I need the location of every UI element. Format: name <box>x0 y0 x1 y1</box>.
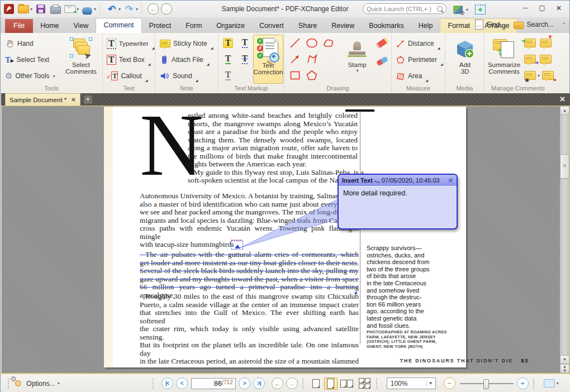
export-comments-button[interactable]: ➜ <box>522 52 537 66</box>
drag-handle[interactable] <box>153 379 156 389</box>
comment-button[interactable] <box>538 52 553 66</box>
zoom-slider-thumb[interactable] <box>483 379 489 389</box>
undo-dropdown-icon[interactable]: ▾ <box>118 7 121 12</box>
squiggly-underline-button[interactable]: T <box>238 36 252 50</box>
document-viewport[interactable]: N estled among white-sand beaches and br… <box>1 106 570 374</box>
history-forward-button[interactable]: → <box>161 3 172 15</box>
options-dropdown-icon[interactable]: ▾ <box>58 381 60 386</box>
typewriter-button[interactable]: T Typewriter◢ <box>107 36 154 51</box>
show-comments-dropdown-icon[interactable]: ▾ <box>538 73 540 78</box>
summarize-comments-button[interactable]: ↩ Summarize Comments <box>486 35 522 84</box>
distance-button[interactable]: Distance◢ <box>396 36 440 51</box>
zoom-out-button[interactable]: − <box>444 377 455 389</box>
redo-dropdown-icon[interactable]: ▾ <box>136 7 138 12</box>
tab-convert[interactable]: Convert <box>252 19 291 33</box>
other-tools-button[interactable]: ⚙ Other Tools ▾ <box>5 69 55 83</box>
next-view-button[interactable]: → <box>286 377 298 389</box>
eraser-tool-button[interactable] <box>375 54 390 68</box>
perimeter-button[interactable]: Perimeter◢ <box>396 52 443 67</box>
strikeout-text-button[interactable]: T <box>238 52 252 66</box>
single-page-view-button[interactable] <box>310 377 323 390</box>
page-number-input[interactable]: 86 /712 <box>191 378 236 389</box>
tab-format[interactable]: Format <box>440 19 477 33</box>
collapse-ribbon-icon[interactable]: ⌃ <box>562 22 566 28</box>
insert-text-popup[interactable]: Insert Text -.. 07/05/2020, 10:45:03 ✕ M… <box>338 174 458 230</box>
fit-page-button[interactable] <box>544 379 555 388</box>
print-button[interactable] <box>49 3 61 15</box>
document-tab-close-icon[interactable]: ✕ <box>71 97 75 103</box>
add-3d-button[interactable]: Add 3D <box>447 35 483 84</box>
tab-file[interactable]: File <box>5 19 33 33</box>
find-button[interactable]: Find... <box>487 21 505 28</box>
hand-tool-button[interactable]: Hand <box>5 36 34 51</box>
popup-title-bar[interactable]: Insert Text -.. 07/05/2020, 10:45:03 ✕ <box>339 175 457 186</box>
tab-view[interactable]: View <box>66 19 96 33</box>
drag-handle[interactable] <box>376 379 379 389</box>
maximize-button[interactable]: ▢ <box>534 2 550 14</box>
show-comments-button[interactable]: ◉ <box>522 68 537 83</box>
select-comments-button[interactable]: ➤ Select Comments <box>63 35 99 84</box>
scroll-next-page-icon[interactable]: ▼▼ <box>560 364 569 373</box>
scan-button[interactable] <box>81 3 93 15</box>
polygon-line-tool-button[interactable] <box>305 52 319 66</box>
attach-file-button[interactable]: Attach File◢ <box>160 52 209 67</box>
pencil-tool-button[interactable] <box>375 36 390 50</box>
search-button[interactable]: Search... <box>527 21 554 28</box>
scrollbar-thumb[interactable] <box>560 154 569 179</box>
quick-launch-input[interactable]: Quick Launch (CTRL+.) <box>363 3 446 14</box>
highlight-text-button[interactable]: T <box>221 36 235 50</box>
stamp-button[interactable]: Stamp ▾ <box>340 35 374 84</box>
zoom-level-select[interactable]: 100% ▼ <box>387 377 436 389</box>
minimize-button[interactable]: ─ <box>517 2 534 14</box>
text-correction-button[interactable]: ✓ ✗ ✓ Text Correction <box>253 35 283 84</box>
ellipse-tool-button[interactable] <box>305 36 319 50</box>
options-button[interactable]: Options... <box>26 380 55 388</box>
first-page-button[interactable]: |< <box>162 377 173 389</box>
redo-button[interactable]: ↷ <box>123 3 135 15</box>
close-document-icon[interactable]: ✕ <box>559 95 566 103</box>
select-text-button[interactable]: T▸ Select Text <box>5 52 49 67</box>
scroll-up-icon[interactable]: ▲ <box>560 106 569 115</box>
sound-button[interactable]: Sound◢ <box>160 69 198 83</box>
area-button[interactable]: Area◢ <box>396 69 428 83</box>
replace-text-button[interactable]: T <box>221 68 235 83</box>
history-back-button[interactable]: ← <box>148 3 159 15</box>
next-page-button[interactable]: > <box>239 377 250 389</box>
tab-bookmarks[interactable]: Bookmarks <box>362 19 411 33</box>
tab-share[interactable]: Share <box>291 19 324 33</box>
ui-options-dropdown-icon[interactable]: ▾ <box>466 7 468 12</box>
drag-handle[interactable] <box>533 379 536 389</box>
callout-button[interactable]: ↙T Callout◢ <box>107 69 148 83</box>
email-button[interactable] <box>64 3 76 15</box>
two-page-view-button[interactable] <box>339 377 355 390</box>
two-page-continuous-button[interactable] <box>357 377 373 390</box>
insert-text-caret-annotation[interactable] <box>231 241 243 250</box>
tab-form[interactable]: Form <box>178 19 209 33</box>
arrow-tool-button[interactable] <box>288 52 302 66</box>
underline-text-button[interactable]: T <box>221 52 235 66</box>
line-tool-button[interactable] <box>288 36 302 50</box>
rectangle-tool-button[interactable] <box>288 68 302 83</box>
fullscreen-button[interactable]: ✥ <box>475 4 486 15</box>
document-tab[interactable]: Sample Document * ✕ <box>5 93 80 106</box>
vertical-scrollbar[interactable]: ▲ ▼ ▼▼ <box>560 106 569 373</box>
open-dropdown-icon[interactable]: ▾ <box>30 7 32 12</box>
previous-view-button[interactable]: ← <box>272 377 283 389</box>
tab-organize[interactable]: Organize <box>209 19 252 33</box>
tab-help[interactable]: Help <box>411 19 440 33</box>
tab-protect[interactable]: Protect <box>142 19 179 33</box>
popup-close-icon[interactable]: ✕ <box>448 177 453 184</box>
fit-page-dropdown-icon[interactable]: ▾ <box>557 381 559 386</box>
close-button[interactable]: ✕ <box>550 2 567 14</box>
zoom-in-button[interactable]: + <box>517 377 529 389</box>
tab-home[interactable]: Home <box>33 19 66 33</box>
ui-options-button[interactable] <box>453 6 463 14</box>
polygon-tool-button[interactable] <box>305 68 319 83</box>
drag-handle[interactable] <box>302 379 306 389</box>
cloud-tool-button[interactable] <box>321 36 336 50</box>
sticky-note-button[interactable]: Sticky Note◢ <box>160 36 213 51</box>
import-comments-button[interactable]: ➜ <box>522 36 537 50</box>
save-button[interactable] <box>35 3 47 15</box>
new-tab-button[interactable]: + <box>84 95 92 104</box>
undo-button[interactable]: ↶ <box>106 3 118 15</box>
